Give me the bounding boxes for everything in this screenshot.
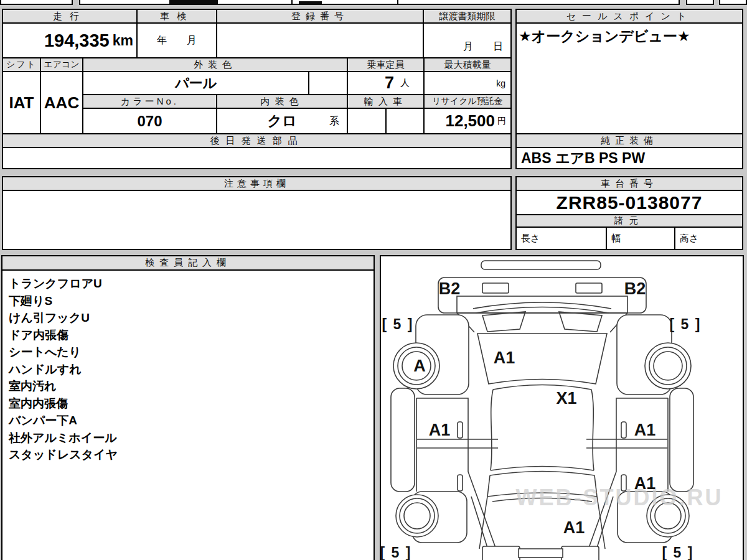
seat-arcs (490, 467, 594, 476)
watermark-text: WEB-STUDIO.RU (516, 485, 723, 510)
color-no-header: カラーNo. (82, 94, 217, 109)
door-handle-left-front (458, 422, 463, 438)
inspector-header: 検査員記入欄 (1, 255, 375, 271)
damage-label-a1-door-right: A1 (634, 421, 656, 439)
damage-label-a1-hood: A1 (494, 348, 515, 367)
aircon-value: AAC (40, 71, 83, 134)
specs-header: 諸元 (515, 214, 743, 228)
interior-color-header: 内装色 (216, 94, 348, 109)
cutoff-text-fragment (299, 1, 322, 4)
inspector-note-item: 社外アルミホイール (2, 429, 374, 447)
rear-bumper-left (482, 546, 520, 560)
exterior-color-header: 外装色 (82, 57, 348, 72)
equipment-value: ABS エアB PS PW (515, 147, 743, 169)
body-sides (491, 390, 594, 470)
inspector-note-item: 室内汚れ (2, 378, 374, 395)
damage-label-x1-cowl: X1 (556, 389, 576, 408)
door-handle-right-front (621, 422, 626, 438)
capacity-unit: 人 (400, 77, 410, 89)
aircon-header: エアコン (40, 57, 83, 72)
inspector-note-item: ドア内張傷 (2, 327, 374, 344)
recycle-value: 12,500 (445, 111, 495, 131)
chassis-number: ZRR85-0138077 (515, 190, 743, 215)
cutoff-cell (0, 0, 73, 5)
wheel-rear-left (396, 495, 438, 537)
interior-color-value: クロ (267, 111, 296, 131)
damage-label-a1-door-left: A1 (429, 421, 451, 439)
notes-header: 注意事項欄 (2, 176, 512, 191)
spec-height-cell: 高さ (674, 226, 743, 250)
import-header: 輸入車 (347, 94, 425, 109)
inspector-note-item: 下廻りS (2, 292, 374, 310)
mileage-value: 194,335 (44, 30, 110, 51)
front-bumper-strip (481, 261, 601, 269)
exterior-color-value: パール (82, 71, 309, 95)
door-panel-left (416, 398, 468, 492)
grade-bracket-rear-right: [ 5 ] (662, 544, 694, 560)
cutoff-cell (719, 0, 747, 5)
sales-point-text: ★オークションデビュー★ (515, 22, 743, 134)
shift-value: IAT (2, 71, 41, 134)
damage-label-a1-quarter-right: A1 (634, 474, 656, 493)
later-parts-header: 後日発送部品 (2, 133, 512, 148)
auction-sheet: 走行 車検 登録番号 譲渡書類期限 194,335 km 年 月 月 日 シフト… (0, 0, 747, 560)
recycle-header: リサイクル預託金 (423, 94, 512, 109)
cutoff-cell (686, 0, 714, 5)
capacity-value: 7 (385, 73, 394, 93)
wiper-right (559, 312, 602, 332)
inspector-note-item: トランクフロアU (2, 275, 374, 292)
recycle-unit: 円 (497, 116, 506, 127)
mileage-unit: km (113, 32, 133, 49)
color-no-value: 070 (82, 108, 217, 134)
inspector-note-item: スタッドレスタイヤ (2, 446, 374, 464)
cutoff-cell (217, 0, 293, 5)
inspector-notes-list: トランクフロアU 下廻りS けん引フックU ドア内張傷 シートへたり ハンドルす… (1, 269, 375, 560)
inspector-note-item: バンパー下A (2, 412, 374, 429)
door-seam-right (586, 439, 667, 448)
sales-point-header: セールスポイント (515, 9, 743, 24)
cutoff-cell (397, 0, 680, 5)
inspection-value-cell: 年 月 (136, 22, 217, 58)
mileage-value-cell: 194,335 km (2, 22, 138, 58)
grade-bracket-front-right: [ 5 ] (670, 316, 702, 332)
later-parts-value-cell (2, 147, 512, 169)
sales-point-value: ★オークションデビュー★ (519, 27, 690, 46)
inspector-note-item: 室内内張傷 (2, 395, 374, 413)
door-handle-left-rear (458, 475, 463, 491)
door-seam-left (417, 439, 498, 448)
damage-label-b2-right: B2 (624, 279, 646, 298)
quarter-seam-left (468, 472, 496, 548)
notes-value-cell (2, 190, 512, 250)
wheel-front-right (645, 343, 691, 389)
equipment-header: 純正装備 (515, 133, 743, 148)
transfer-docs-header: 譲渡書類期限 (423, 9, 512, 24)
inspector-note-item: シートへたり (2, 343, 374, 361)
transfer-docs-value-cell: 月 日 (423, 22, 512, 58)
spec-width-cell: 幅 (606, 226, 675, 250)
cutoff-text-fragment (169, 0, 218, 4)
rear-bumper-right (561, 546, 599, 560)
registration-header: 登録番号 (216, 9, 424, 24)
rocker-rail-right (670, 388, 693, 492)
front-panel (438, 278, 646, 313)
damage-label-a-wheel: A (413, 357, 426, 375)
capacity-value-cell: 7 人 (347, 71, 425, 95)
exterior-color-extra-cell (308, 71, 348, 95)
damage-label-b2-left: B2 (439, 279, 461, 298)
import-cell-b (385, 108, 425, 134)
inspection-header: 車検 (136, 9, 217, 24)
car-damage-diagram: WEB-STUDIO.RU B2 B2 [ 5 ] [ 5 ] [ 5 ] [ … (381, 256, 743, 560)
grade-bracket-rear-left: [ 5 ] (381, 544, 411, 560)
spec-length-cell: 長さ (515, 226, 607, 250)
max-load-header: 最大積載量 (423, 57, 512, 72)
shift-header: シフト (2, 57, 41, 72)
registration-value-cell (216, 22, 424, 58)
recycle-value-cell: 12,500 円 (423, 108, 512, 134)
inspector-note-item: けん引フックU (2, 309, 374, 327)
inspector-note-item: ハンドルすれ (2, 361, 374, 378)
interior-color-value-cell: クロ 系 (216, 108, 348, 134)
grade-bracket-front-left: [ 5 ] (382, 316, 414, 332)
capacity-header: 乗車定員 (347, 57, 425, 72)
mileage-header: 走行 (2, 9, 138, 24)
max-load-value-cell: kg (423, 71, 512, 95)
